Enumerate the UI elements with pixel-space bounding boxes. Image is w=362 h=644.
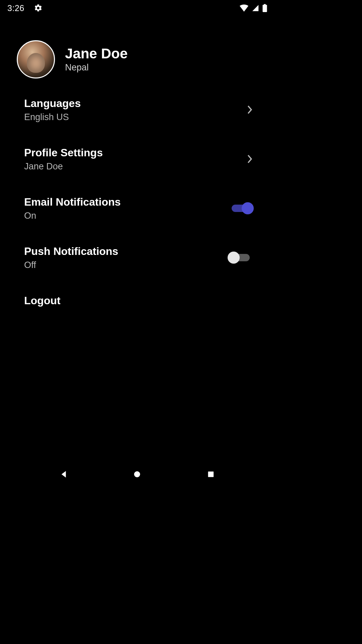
logout-title: Logout (24, 294, 60, 307)
profile-name: Jane Doe (65, 46, 128, 61)
status-left: 3:26 (7, 3, 43, 13)
email-notifications-value: On (24, 211, 121, 221)
svg-point-2 (134, 471, 140, 477)
languages-text: Languages English US (24, 97, 81, 122)
svg-rect-0 (262, 5, 267, 12)
languages-row[interactable]: Languages English US (24, 97, 258, 122)
profile-settings-row[interactable]: Profile Settings Jane Doe (24, 146, 258, 172)
nav-recent-button[interactable] (194, 466, 228, 483)
languages-value: English US (24, 112, 81, 122)
status-bar: 3:26 (0, 0, 275, 13)
status-right (240, 4, 267, 12)
system-nav-bar (0, 462, 275, 488)
languages-title: Languages (24, 97, 81, 110)
profile-settings-title: Profile Settings (24, 146, 103, 159)
chevron-right-icon (243, 152, 256, 166)
toggle-knob (242, 202, 254, 214)
toggle-knob (228, 252, 240, 264)
push-notifications-value: Off (24, 260, 118, 270)
settings-list: Languages English US Profile Settings Ja… (0, 78, 275, 307)
nav-home-button[interactable] (120, 466, 154, 483)
push-notifications-row[interactable]: Push Notifications Off (24, 245, 258, 270)
svg-rect-1 (264, 4, 265, 5)
email-notifications-toggle[interactable] (232, 205, 250, 212)
svg-rect-3 (208, 472, 214, 477)
gear-icon (34, 4, 43, 12)
profile-header[interactable]: Jane Doe Nepal (0, 40, 275, 78)
logout-text: Logout (24, 294, 60, 307)
battery-icon (262, 4, 267, 12)
avatar[interactable] (17, 40, 55, 78)
status-time: 3:26 (7, 3, 24, 13)
logout-row[interactable]: Logout (24, 294, 258, 307)
profile-location: Nepal (65, 62, 128, 73)
push-notifications-toggle[interactable] (232, 254, 250, 261)
profile-text: Jane Doe Nepal (65, 46, 128, 72)
email-notifications-row[interactable]: Email Notifications On (24, 195, 258, 221)
settings-screen: Jane Doe Nepal Languages English US Prof… (0, 13, 275, 307)
profile-settings-value: Jane Doe (24, 161, 103, 172)
push-notifications-title: Push Notifications (24, 245, 118, 258)
nav-back-button[interactable] (47, 466, 80, 483)
email-notifications-text: Email Notifications On (24, 195, 121, 221)
profile-settings-text: Profile Settings Jane Doe (24, 146, 103, 172)
email-notifications-title: Email Notifications (24, 195, 121, 209)
cellular-icon (252, 4, 259, 12)
chevron-right-icon (243, 103, 256, 116)
push-notifications-text: Push Notifications Off (24, 245, 118, 270)
wifi-icon (240, 4, 248, 12)
